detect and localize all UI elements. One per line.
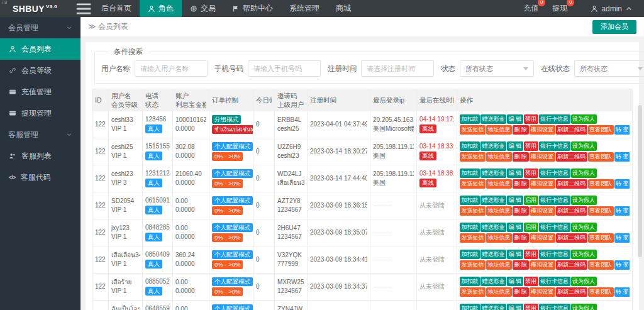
sidebar-item[interactable]: 会员列表 — [0, 38, 80, 60]
action-button[interactable]: 刷新二维码 — [556, 233, 587, 243]
action-button[interactable]: 银行卡信息 — [539, 114, 570, 124]
action-button[interactable]: 银行卡信息 — [539, 223, 570, 232]
action-button[interactable]: 发送短信 — [460, 260, 486, 270]
action-button[interactable]: 赠送彩金 — [480, 114, 506, 124]
action-button[interactable]: 模拟设置 — [530, 125, 555, 135]
action-button[interactable]: 禁用 — [524, 114, 538, 124]
action-button[interactable]: 设为假人 — [571, 304, 597, 310]
action-button[interactable]: 启用 — [524, 196, 538, 205]
action-button[interactable]: 设为假人 — [571, 250, 597, 259]
action-button[interactable]: 加扣款 — [460, 250, 480, 259]
action-button[interactable]: 模拟设置 — [530, 179, 555, 189]
action-button[interactable]: 银行卡信息 — [539, 250, 570, 259]
action-button[interactable]: 设为假人 — [571, 114, 597, 124]
action-button[interactable]: 转 变 — [614, 206, 630, 216]
action-button[interactable]: 转 变 — [614, 179, 630, 189]
action-button[interactable]: 编 辑 — [507, 223, 523, 232]
action-button[interactable]: 加扣款 — [460, 141, 480, 151]
action-button[interactable]: 禁用 — [524, 169, 538, 178]
action-button[interactable]: 刷新二维码 — [556, 179, 587, 189]
action-button[interactable]: 编 辑 — [507, 114, 523, 124]
action-button[interactable]: 删 除 — [513, 260, 529, 270]
action-button[interactable]: 转 变 — [614, 260, 630, 270]
online-status-select[interactable]: 所有状态 — [574, 60, 644, 77]
action-button[interactable]: 启用 — [524, 223, 538, 232]
action-button[interactable]: 银行卡信息 — [539, 304, 570, 310]
action-button[interactable]: 设为假人 — [571, 141, 597, 151]
nav-item-5[interactable]: 商城 — [328, 0, 359, 17]
action-button[interactable]: 模拟设置 — [530, 233, 555, 243]
action-button[interactable]: 地址信息 — [486, 125, 512, 135]
action-button[interactable]: 加扣款 — [460, 223, 480, 232]
action-button[interactable]: 银行卡信息 — [539, 277, 570, 286]
action-button[interactable]: 赠送彩金 — [480, 304, 506, 310]
action-button[interactable]: 查看团队 — [588, 233, 614, 243]
sidebar-item[interactable]: 充值管理 — [0, 81, 80, 102]
action-button[interactable]: 编 辑 — [507, 250, 523, 259]
action-button[interactable]: 发送短信 — [460, 125, 486, 135]
action-button[interactable]: 加扣款 — [460, 114, 480, 124]
sidebar-item[interactable]: 会员等级 — [0, 60, 80, 81]
action-button[interactable]: 刷新二维码 — [556, 287, 587, 297]
action-button[interactable]: 发送短信 — [460, 233, 486, 243]
action-button[interactable]: 编 辑 — [507, 277, 523, 286]
action-button[interactable]: 赠送彩金 — [480, 141, 506, 151]
action-button[interactable]: 地址信息 — [486, 206, 512, 216]
action-button[interactable]: 转 变 — [614, 233, 630, 243]
action-button[interactable]: 地址信息 — [486, 179, 512, 189]
action-button[interactable]: 查看团队 — [588, 206, 614, 216]
action-button[interactable]: 转 变 — [614, 152, 630, 162]
action-button[interactable]: 赠送彩金 — [480, 250, 506, 259]
action-button[interactable]: 转 变 — [614, 287, 630, 297]
action-button[interactable]: 刷新二维码 — [556, 260, 587, 270]
action-button[interactable]: 删 除 — [513, 287, 529, 297]
action-button[interactable]: 设为假人 — [571, 169, 597, 178]
action-button[interactable]: 模拟设置 — [530, 260, 555, 270]
action-button[interactable]: 查看团队 — [588, 179, 614, 189]
action-button[interactable]: 银行卡信息 — [539, 196, 570, 205]
hamburger-icon[interactable] — [74, 0, 93, 17]
action-button[interactable]: 银行卡信息 — [539, 169, 570, 178]
action-button[interactable]: 禁用 — [524, 250, 538, 259]
action-button[interactable]: 查看团队 — [588, 152, 614, 162]
action-button[interactable]: 禁用 — [524, 304, 538, 310]
action-button[interactable]: 加扣款 — [460, 304, 480, 310]
action-button[interactable]: 加扣款 — [460, 277, 480, 286]
action-button[interactable]: 模拟设置 — [530, 206, 555, 216]
sidebar-item[interactable]: 客服列表 — [0, 145, 80, 167]
action-button[interactable]: 发送短信 — [460, 206, 486, 216]
action-button[interactable]: 模拟设置 — [530, 287, 555, 297]
action-button[interactable]: 加扣款 — [460, 196, 480, 205]
action-button[interactable]: 编 辑 — [507, 304, 523, 310]
action-button[interactable]: 赠送彩金 — [480, 277, 506, 286]
action-button[interactable]: 设为假人 — [571, 277, 597, 286]
action-button[interactable]: 禁用 — [524, 141, 538, 151]
action-button[interactable]: 赠送彩金 — [480, 223, 506, 232]
phone-input[interactable] — [248, 60, 321, 77]
sidebar-item[interactable]: </>客服代码 — [0, 167, 80, 188]
action-button[interactable]: 设为假人 — [571, 223, 597, 232]
action-button[interactable]: 赠送彩金 — [480, 169, 506, 178]
action-button[interactable]: 地址信息 — [486, 152, 512, 162]
action-button[interactable]: 删 除 — [513, 179, 529, 189]
sidebar-item[interactable]: 提现管理 — [0, 102, 80, 124]
scrollbar-thumb[interactable] — [638, 105, 642, 257]
action-button[interactable]: 禁用 — [524, 277, 538, 286]
action-button[interactable]: 编 辑 — [507, 169, 523, 178]
sidebar-group-header[interactable]: 会员管理 — [0, 17, 80, 38]
action-button[interactable]: 赠送彩金 — [480, 196, 506, 205]
action-button[interactable]: 删 除 — [513, 152, 529, 162]
add-member-button[interactable]: 添加会员 — [592, 20, 636, 34]
admin-menu[interactable]: admin — [586, 4, 638, 13]
quick-link-1[interactable]: 提现0 — [545, 3, 574, 14]
action-button[interactable]: 发送短信 — [460, 152, 486, 162]
action-button[interactable]: 发送短信 — [460, 287, 486, 297]
action-button[interactable]: 加扣款 — [460, 169, 480, 178]
action-button[interactable]: 地址信息 — [486, 233, 512, 243]
action-button[interactable]: 查看团队 — [588, 287, 614, 297]
action-button[interactable]: 删 除 — [513, 233, 529, 243]
action-button[interactable]: 发送短信 — [460, 179, 486, 189]
action-button[interactable]: 查看团队 — [588, 125, 614, 135]
regtime-input[interactable] — [361, 60, 434, 77]
sidebar-group-header[interactable]: 客服管理 — [0, 124, 80, 145]
